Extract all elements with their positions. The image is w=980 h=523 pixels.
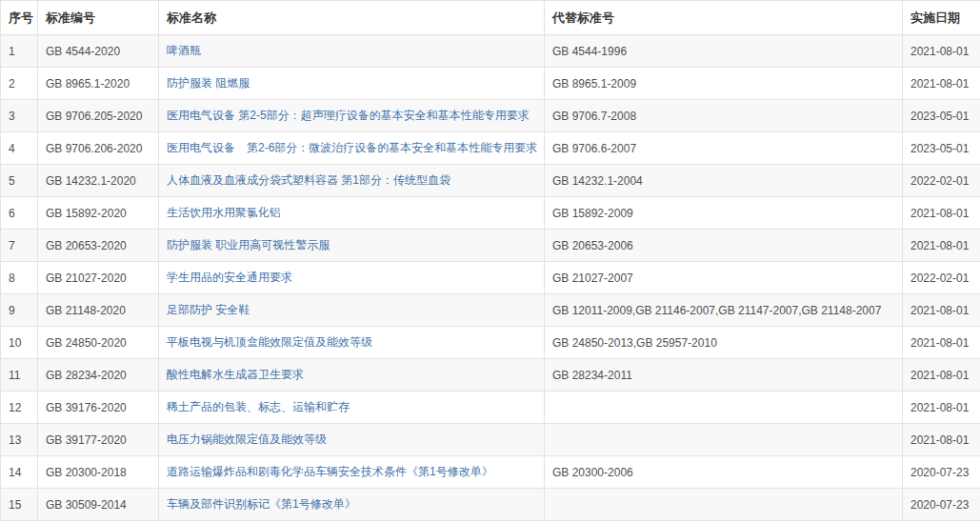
cell-replaced: GB 20653-2006 xyxy=(545,230,903,262)
standard-name-link[interactable]: 啤酒瓶 xyxy=(167,44,201,57)
cell-index: 15 xyxy=(1,489,38,521)
cell-index: 8 xyxy=(1,262,38,294)
cell-replaced: GB 28234-2011 xyxy=(545,359,903,392)
cell-date: 2021-08-01 xyxy=(903,230,980,262)
cell-index: 3 xyxy=(1,100,38,132)
cell-index: 6 xyxy=(1,197,38,230)
cell-replaced: GB 8965.1-2009 xyxy=(545,68,903,100)
cell-name: 酸性电解水生成器卫生要求 xyxy=(159,359,545,392)
table-row: 3GB 9706.205-2020医用电气设备 第2-5部分：超声理疗设备的基本… xyxy=(1,100,980,132)
cell-name: 车辆及部件识别标记《第1号修改单》 xyxy=(159,489,545,521)
cell-index: 13 xyxy=(1,424,38,456)
table-header: 序号标准编号标准名称代替标准号实施日期 xyxy=(1,1,980,35)
standard-name-link[interactable]: 生活饮用水用聚氯化铝 xyxy=(167,206,281,219)
cell-date: 2022-02-01 xyxy=(903,262,980,294)
cell-code: GB 9706.205-2020 xyxy=(38,100,159,132)
column-header-replaced: 代替标准号 xyxy=(545,1,903,35)
cell-name: 人体血液及血液成分袋式塑料容器 第1部分：传统型血袋 xyxy=(159,165,545,197)
column-header-name: 标准名称 xyxy=(159,1,545,35)
table-row: 4GB 9706.206-2020医用电气设备 第2-6部分：微波治疗设备的基本… xyxy=(1,132,980,165)
standard-name-link[interactable]: 防护服装 职业用高可视性警示服 xyxy=(167,238,330,251)
cell-index: 10 xyxy=(1,327,38,359)
cell-name: 啤酒瓶 xyxy=(159,35,545,68)
cell-date: 2021-08-01 xyxy=(903,424,980,456)
standards-table: 序号标准编号标准名称代替标准号实施日期 1GB 4544-2020啤酒瓶GB 4… xyxy=(0,0,980,521)
cell-date: 2021-08-01 xyxy=(903,392,980,424)
standard-name-link[interactable]: 人体血液及血液成分袋式塑料容器 第1部分：传统型血袋 xyxy=(167,173,450,187)
cell-index: 14 xyxy=(1,456,38,489)
cell-name: 足部防护 安全鞋 xyxy=(159,294,545,327)
cell-date: 2021-08-01 xyxy=(903,68,980,100)
cell-code: GB 39176-2020 xyxy=(38,392,159,424)
cell-replaced: GB 12011-2009,GB 21146-2007,GB 21147-200… xyxy=(545,294,903,327)
cell-code: GB 30509-2014 xyxy=(38,489,159,521)
standard-name-link[interactable]: 学生用品的安全通用要求 xyxy=(167,271,292,284)
table-row: 1GB 4544-2020啤酒瓶GB 4544-19962021-08-01 xyxy=(1,35,980,68)
standard-name-link[interactable]: 防护服装 阻燃服 xyxy=(167,76,250,90)
cell-code: GB 14232.1-2020 xyxy=(38,165,159,197)
cell-index: 1 xyxy=(1,35,38,68)
table-row: 6GB 15892-2020生活饮用水用聚氯化铝GB 15892-2009202… xyxy=(1,197,980,230)
cell-index: 9 xyxy=(1,294,38,327)
standard-name-link[interactable]: 医用电气设备 第2-6部分：微波治疗设备的基本安全和基本性能专用要求 xyxy=(167,141,537,154)
table-body: 1GB 4544-2020啤酒瓶GB 4544-19962021-08-012G… xyxy=(1,35,980,521)
cell-replaced xyxy=(545,489,903,521)
cell-code: GB 39177-2020 xyxy=(38,424,159,456)
cell-date: 2021-08-01 xyxy=(903,359,980,392)
cell-replaced: GB 14232.1-2004 xyxy=(545,165,903,197)
cell-name: 电压力锅能效限定值及能效等级 xyxy=(159,424,545,456)
standards-list-page: 序号标准编号标准名称代替标准号实施日期 1GB 4544-2020啤酒瓶GB 4… xyxy=(0,0,980,523)
standard-name-link[interactable]: 医用电气设备 第2-5部分：超声理疗设备的基本安全和基本性能专用要求 xyxy=(167,109,530,122)
cell-replaced: GB 9706.6-2007 xyxy=(545,132,903,165)
table-row: 8GB 21027-2020学生用品的安全通用要求GB 21027-200720… xyxy=(1,262,980,294)
cell-code: GB 20300-2018 xyxy=(38,456,159,489)
cell-code: GB 20653-2020 xyxy=(38,230,159,262)
standard-name-link[interactable]: 稀土产品的包装、标志、运输和贮存 xyxy=(167,400,350,413)
standard-name-link[interactable]: 酸性电解水生成器卫生要求 xyxy=(167,368,304,381)
cell-index: 12 xyxy=(1,392,38,424)
cell-replaced: GB 4544-1996 xyxy=(545,35,903,68)
cell-index: 11 xyxy=(1,359,38,392)
table-row: 5GB 14232.1-2020人体血液及血液成分袋式塑料容器 第1部分：传统型… xyxy=(1,165,980,197)
cell-replaced: GB 15892-2009 xyxy=(545,197,903,230)
cell-replaced xyxy=(545,424,903,456)
standard-name-link[interactable]: 电压力锅能效限定值及能效等级 xyxy=(167,432,327,446)
cell-name: 医用电气设备 第2-6部分：微波治疗设备的基本安全和基本性能专用要求 xyxy=(159,132,545,165)
cell-date: 2020-07-23 xyxy=(903,456,980,489)
cell-name: 稀土产品的包装、标志、运输和贮存 xyxy=(159,392,545,424)
standard-name-link[interactable]: 道路运输爆炸品和剧毒化学品车辆安全技术条件《第1号修改单》 xyxy=(167,465,493,478)
cell-replaced: GB 24850-2013,GB 25957-2010 xyxy=(545,327,903,359)
table-row: 11GB 28234-2020酸性电解水生成器卫生要求GB 28234-2011… xyxy=(1,359,980,392)
standard-name-link[interactable]: 平板电视与机顶盒能效限定值及能效等级 xyxy=(167,335,372,349)
cell-date: 2020-07-23 xyxy=(903,489,980,521)
cell-replaced xyxy=(545,392,903,424)
cell-index: 4 xyxy=(1,132,38,165)
cell-name: 防护服装 职业用高可视性警示服 xyxy=(159,230,545,262)
cell-code: GB 28234-2020 xyxy=(38,359,159,392)
table-row: 7GB 20653-2020防护服装 职业用高可视性警示服GB 20653-20… xyxy=(1,230,980,262)
cell-replaced: GB 21027-2007 xyxy=(545,262,903,294)
cell-date: 2023-05-01 xyxy=(903,132,980,165)
column-header-code: 标准编号 xyxy=(38,1,159,35)
cell-code: GB 15892-2020 xyxy=(38,197,159,230)
cell-name: 学生用品的安全通用要求 xyxy=(159,262,545,294)
table-header-row: 序号标准编号标准名称代替标准号实施日期 xyxy=(1,1,980,35)
cell-name: 生活饮用水用聚氯化铝 xyxy=(159,197,545,230)
cell-code: GB 21148-2020 xyxy=(38,294,159,327)
cell-date: 2021-08-01 xyxy=(903,197,980,230)
cell-code: GB 8965.1-2020 xyxy=(38,68,159,100)
column-header-index: 序号 xyxy=(1,1,38,35)
cell-replaced: GB 9706.7-2008 xyxy=(545,100,903,132)
standard-name-link[interactable]: 车辆及部件识别标记《第1号修改单》 xyxy=(167,497,356,511)
table-row: 12GB 39176-2020稀土产品的包装、标志、运输和贮存2021-08-0… xyxy=(1,392,980,424)
standard-name-link[interactable]: 足部防护 安全鞋 xyxy=(167,303,250,316)
cell-date: 2021-08-01 xyxy=(903,294,980,327)
cell-name: 平板电视与机顶盒能效限定值及能效等级 xyxy=(159,327,545,359)
cell-date: 2022-02-01 xyxy=(903,165,980,197)
cell-name: 道路运输爆炸品和剧毒化学品车辆安全技术条件《第1号修改单》 xyxy=(159,456,545,489)
table-row: 10GB 24850-2020平板电视与机顶盒能效限定值及能效等级GB 2485… xyxy=(1,327,980,359)
table-row: 13GB 39177-2020电压力锅能效限定值及能效等级2021-08-01 xyxy=(1,424,980,456)
cell-index: 5 xyxy=(1,165,38,197)
cell-date: 2021-08-01 xyxy=(903,35,980,68)
cell-name: 医用电气设备 第2-5部分：超声理疗设备的基本安全和基本性能专用要求 xyxy=(159,100,545,132)
